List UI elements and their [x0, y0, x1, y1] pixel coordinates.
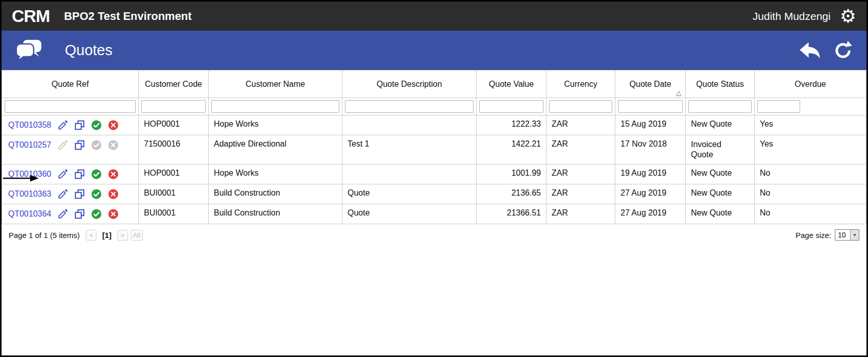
- accept-quote-button[interactable]: [91, 120, 102, 131]
- page-header: Quotes: [2, 31, 866, 70]
- copy-quote-button[interactable]: [74, 139, 85, 151]
- page-size-control: Page size: 10 ▼: [796, 229, 859, 241]
- quote-ref-link[interactable]: QT0010363: [8, 189, 52, 199]
- quote-value-cell: 21366.51: [477, 204, 547, 224]
- column-label: Customer Code: [145, 80, 202, 88]
- edit-quote-button[interactable]: [57, 208, 68, 220]
- quote-status-cell: Invoiced Quote: [686, 135, 755, 164]
- filter-quote-value-input[interactable]: [479, 100, 543, 113]
- pager-controls: < [1] > All: [86, 230, 143, 241]
- table-row: QT0010360 HOP0001 Hope Works 1001.99 ZAR…: [2, 164, 866, 184]
- filter-quote-date-input[interactable]: [618, 100, 683, 113]
- column-header-quote-date[interactable]: Quote Date △: [615, 70, 686, 98]
- page-size-select[interactable]: 10 ▼: [835, 229, 859, 241]
- quote-status-text: Invoiced Quote: [691, 139, 732, 160]
- accept-quote-button: [91, 139, 102, 151]
- column-header-quote-ref[interactable]: Quote Ref: [2, 70, 139, 98]
- page-size-value: 10: [835, 230, 850, 240]
- filter-cell: [139, 98, 209, 115]
- overdue-cell: Yes: [755, 115, 866, 135]
- column-label: Overdue: [795, 80, 826, 88]
- app-window: CRM BPO2 Test Environment Judith Mudzeng…: [0, 0, 868, 357]
- quote-date-cell: 15 Aug 2019: [615, 115, 686, 135]
- header-row: Quote Ref Customer Code Customer Name Qu…: [2, 70, 866, 98]
- quote-description-cell: [342, 115, 477, 135]
- quotes-table: Quote Ref Customer Code Customer Name Qu…: [2, 70, 866, 224]
- pager-bar: Page 1 of 1 (5 items) < [1] > All Page s…: [2, 224, 866, 246]
- reject-quote-button[interactable]: [108, 169, 119, 180]
- currency-cell: ZAR: [547, 204, 615, 224]
- filter-quote-description-input[interactable]: [345, 100, 474, 113]
- customer-code-cell: BUI0001: [139, 184, 209, 204]
- filter-quote-status-input[interactable]: [688, 100, 752, 113]
- filter-cell: [342, 98, 477, 115]
- column-label: Quote Date: [630, 80, 672, 88]
- reject-quote-button[interactable]: [108, 208, 119, 220]
- quote-value-cell: 2136.65: [477, 184, 547, 204]
- filter-cell: [755, 98, 866, 115]
- pager-summary: Page 1 of 1 (5 items): [9, 231, 80, 240]
- quote-value-cell: 1422.21: [477, 135, 547, 164]
- filter-customer-code-input[interactable]: [141, 100, 206, 113]
- copy-quote-button[interactable]: [74, 208, 85, 220]
- filter-overdue-input[interactable]: [757, 100, 800, 113]
- column-header-quote-value[interactable]: Quote Value: [477, 70, 547, 98]
- accept-quote-button[interactable]: [91, 208, 102, 220]
- quote-value-cell: 1222.33: [477, 115, 547, 135]
- quote-ref-cell: QT0010358: [2, 115, 139, 135]
- quote-value-cell: 1001.99: [477, 164, 547, 184]
- accept-quote-button[interactable]: [91, 188, 102, 200]
- customer-name-cell: Build Construction: [209, 204, 342, 224]
- page-title: Quotes: [65, 42, 113, 59]
- annotation-arrow: [3, 175, 39, 182]
- refresh-icon: [833, 40, 853, 61]
- back-button[interactable]: [799, 41, 821, 60]
- column-label: Quote Ref: [52, 80, 89, 88]
- table-row: QT0010358 HOP0001 Hope Works 1222.33 ZAR…: [2, 115, 866, 135]
- overdue-cell: No: [755, 184, 866, 204]
- edit-quote-button[interactable]: [57, 120, 68, 131]
- filter-quote-ref-input[interactable]: [5, 100, 136, 113]
- copy-quote-button[interactable]: [74, 120, 85, 131]
- currency-cell: ZAR: [547, 135, 615, 164]
- topbar: CRM BPO2 Test Environment Judith Mudzeng…: [2, 2, 866, 31]
- quote-date-cell: 17 Nov 2018: [615, 135, 686, 164]
- column-header-currency[interactable]: Currency: [547, 70, 615, 98]
- column-header-customer-code[interactable]: Customer Code: [139, 70, 209, 98]
- column-label: Customer Name: [245, 80, 305, 88]
- settings-gear-icon[interactable]: ⚙: [840, 7, 856, 26]
- edit-quote-button[interactable]: [57, 188, 68, 200]
- quote-description-cell: [342, 164, 477, 184]
- filter-currency-input[interactable]: [549, 100, 612, 113]
- filter-cell: [2, 98, 139, 115]
- reject-quote-button[interactable]: [108, 188, 119, 200]
- copy-quote-button[interactable]: [74, 188, 85, 200]
- copy-quote-button[interactable]: [74, 169, 85, 180]
- customer-code-cell: HOP0001: [139, 115, 209, 135]
- column-header-overdue[interactable]: Overdue: [755, 70, 866, 98]
- reject-quote-button[interactable]: [108, 120, 119, 131]
- edit-quote-button: [57, 139, 68, 151]
- table-row: QT0010363 BUI0001 Build Construction Quo…: [2, 184, 866, 204]
- quote-ref-link[interactable]: QT0010358: [8, 121, 52, 130]
- column-header-quote-description[interactable]: Quote Description: [342, 70, 477, 98]
- column-header-quote-status[interactable]: Quote Status: [686, 70, 755, 98]
- quote-description-cell: Quote: [342, 184, 477, 204]
- column-label: Currency: [564, 80, 598, 88]
- filter-customer-name-input[interactable]: [211, 100, 339, 113]
- filter-cell: [686, 98, 755, 115]
- quote-ref-link[interactable]: QT0010257: [8, 140, 52, 150]
- crm-logo: CRM: [12, 6, 49, 26]
- quote-ref-cell: QT0010363: [2, 184, 139, 204]
- pager-prev-button: <: [86, 230, 96, 241]
- refresh-button[interactable]: [833, 40, 853, 61]
- quote-ref-link[interactable]: QT0010364: [8, 209, 52, 219]
- accept-quote-button[interactable]: [91, 169, 102, 180]
- edit-quote-button[interactable]: [57, 169, 68, 180]
- pager-next-button: >: [117, 230, 128, 241]
- filter-cell: [547, 98, 615, 115]
- currency-cell: ZAR: [547, 115, 615, 135]
- quote-status-cell: New Quote: [686, 184, 755, 204]
- page-size-label: Page size:: [796, 231, 831, 240]
- column-header-customer-name[interactable]: Customer Name: [209, 70, 342, 98]
